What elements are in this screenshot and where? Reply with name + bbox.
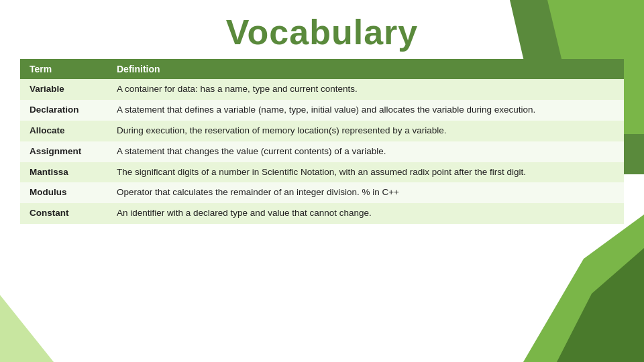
vocabulary-table-container: Term Definition VariableA container for … [20, 59, 624, 224]
cell-term: Declaration [20, 100, 107, 121]
table-row: AssignmentA statement that changes the v… [20, 141, 624, 162]
col-header-term: Term [20, 59, 107, 79]
bg-decoration-bottom-left [0, 295, 54, 362]
table-row: MantissaThe significant digits of a numb… [20, 162, 624, 183]
table-row: ConstantAn identifier with a declared ty… [20, 203, 624, 224]
col-header-definition: Definition [107, 59, 624, 79]
cell-term: Allocate [20, 121, 107, 141]
cell-definition: The significant digits of a number in Sc… [107, 162, 624, 183]
table-row: VariableA container for data: has a name… [20, 79, 624, 100]
cell-definition: An identifier with a declared type and v… [107, 203, 624, 224]
cell-term: Modulus [20, 182, 107, 203]
cell-term: Mantissa [20, 162, 107, 183]
cell-term: Constant [20, 203, 107, 224]
cell-definition: Operator that calculates the remainder o… [107, 182, 624, 203]
table-header-row: Term Definition [20, 59, 624, 79]
page-title: Vocabulary [0, 0, 644, 59]
cell-definition: A statement that defines a variable (nam… [107, 100, 624, 121]
cell-definition: During execution, the reservation of mem… [107, 121, 624, 141]
table-row: AllocateDuring execution, the reservatio… [20, 121, 624, 141]
table-row: ModulusOperator that calculates the rema… [20, 182, 624, 203]
vocabulary-table: Term Definition VariableA container for … [20, 59, 624, 224]
cell-term: Assignment [20, 141, 107, 162]
cell-definition: A statement that changes the value (curr… [107, 141, 624, 162]
cell-term: Variable [20, 79, 107, 100]
cell-definition: A container for data: has a name, type a… [107, 79, 624, 100]
table-row: DeclarationA statement that defines a va… [20, 100, 624, 121]
